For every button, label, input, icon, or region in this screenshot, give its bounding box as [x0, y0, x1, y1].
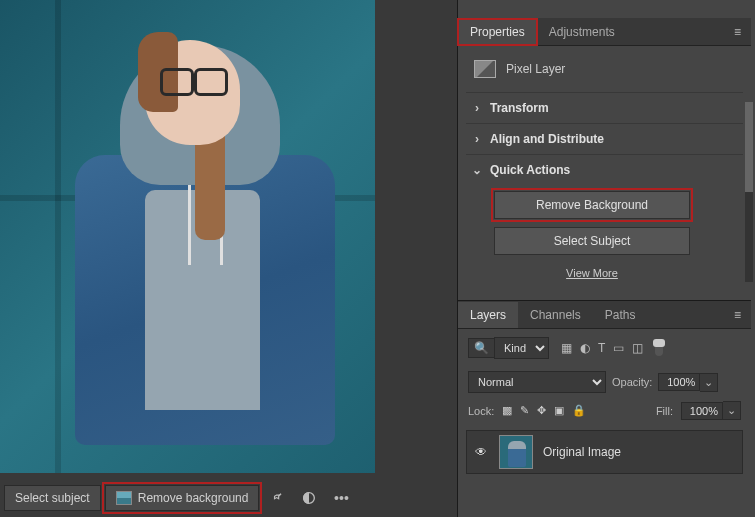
panel-menu-icon[interactable]: ≡ — [724, 25, 751, 39]
opacity-stepper[interactable]: ⌄ — [700, 373, 718, 392]
more-icon[interactable]: ••• — [327, 485, 355, 511]
layer-type-row: Pixel Layer — [466, 56, 743, 92]
filter-toggle[interactable] — [655, 340, 663, 356]
lock-row: Lock: ▩ ✎ ✥ ▣ 🔒 Fill: ⌄ — [458, 397, 751, 424]
right-panel-group: Properties Adjustments ≡ Pixel Layer › T… — [457, 0, 755, 517]
lock-all-icon[interactable]: 🔒 — [572, 404, 586, 417]
opacity-input[interactable] — [658, 373, 700, 391]
scrollbar-thumb[interactable] — [745, 102, 753, 192]
tab-channels[interactable]: Channels — [518, 302, 593, 328]
opacity-label: Opacity: — [612, 376, 652, 388]
visibility-eye-icon[interactable]: 👁 — [473, 445, 489, 459]
layers-panel: Layers Channels Paths ≡ 🔍 Kind ▦ ◐ T ▭ ◫ — [458, 300, 751, 517]
lock-brush-icon[interactable]: ✎ — [520, 404, 529, 417]
search-icon: 🔍 — [468, 338, 494, 358]
qa-remove-background-button[interactable]: Remove Background — [494, 191, 690, 219]
image-icon — [116, 491, 132, 505]
tab-properties[interactable]: Properties — [458, 19, 537, 45]
scrollbar[interactable] — [745, 102, 753, 282]
lock-label: Lock: — [468, 405, 494, 417]
layer-name[interactable]: Original Image — [543, 445, 621, 459]
qa-select-subject-button[interactable]: Select Subject — [494, 227, 690, 255]
tab-paths[interactable]: Paths — [593, 302, 648, 328]
filter-adjust-icon[interactable]: ◐ — [580, 341, 590, 355]
pin-icon[interactable] — [263, 485, 291, 511]
blend-mode-row: Normal Opacity: ⌄ — [458, 367, 751, 397]
canvas-image — [0, 0, 375, 473]
canvas[interactable] — [0, 0, 375, 473]
ellipse-mask-icon[interactable] — [295, 485, 323, 511]
properties-panel: Properties Adjustments ≡ Pixel Layer › T… — [458, 18, 751, 303]
document-area: Select subject Remove background ••• — [0, 0, 395, 517]
fill-stepper[interactable]: ⌄ — [723, 401, 741, 420]
filter-type-icon[interactable]: T — [598, 341, 605, 355]
layer-thumbnail[interactable] — [499, 435, 533, 469]
layer-filter-row: 🔍 Kind ▦ ◐ T ▭ ◫ — [458, 329, 751, 367]
contextual-task-bar: Select subject Remove background ••• — [0, 483, 395, 513]
view-more-link[interactable]: View More — [494, 263, 690, 283]
tab-layers[interactable]: Layers — [458, 302, 518, 328]
section-quick-actions[interactable]: ⌄ Quick Actions — [466, 154, 743, 185]
layer-item[interactable]: 👁 Original Image — [466, 430, 743, 474]
section-transform[interactable]: › Transform — [466, 92, 743, 123]
chevron-right-icon: › — [472, 132, 482, 146]
pixel-layer-icon — [474, 60, 496, 78]
select-subject-button[interactable]: Select subject — [4, 485, 101, 511]
filter-pixel-icon[interactable]: ▦ — [561, 341, 572, 355]
tab-adjustments[interactable]: Adjustments — [537, 19, 627, 45]
lock-transparency-icon[interactable]: ▩ — [502, 404, 512, 417]
filter-shape-icon[interactable]: ▭ — [613, 341, 624, 355]
layer-type-label: Pixel Layer — [506, 62, 565, 76]
layer-list: 👁 Original Image — [466, 430, 743, 474]
section-align-distribute[interactable]: › Align and Distribute — [466, 123, 743, 154]
quick-actions-body: Remove Background Select Subject View Mo… — [466, 185, 743, 293]
blend-mode-select[interactable]: Normal — [468, 371, 606, 393]
properties-tab-bar: Properties Adjustments ≡ — [458, 18, 751, 46]
fill-input[interactable] — [681, 402, 723, 420]
remove-background-label: Remove background — [138, 491, 249, 505]
layers-tab-bar: Layers Channels Paths ≡ — [458, 301, 751, 329]
chevron-right-icon: › — [472, 101, 482, 115]
panel-menu-icon[interactable]: ≡ — [724, 308, 751, 322]
chevron-down-icon: ⌄ — [472, 163, 482, 177]
filter-kind-select[interactable]: Kind — [494, 337, 549, 359]
fill-label: Fill: — [656, 405, 673, 417]
filter-smart-icon[interactable]: ◫ — [632, 341, 643, 355]
remove-background-button[interactable]: Remove background — [105, 485, 260, 511]
lock-move-icon[interactable]: ✥ — [537, 404, 546, 417]
lock-artboard-icon[interactable]: ▣ — [554, 404, 564, 417]
